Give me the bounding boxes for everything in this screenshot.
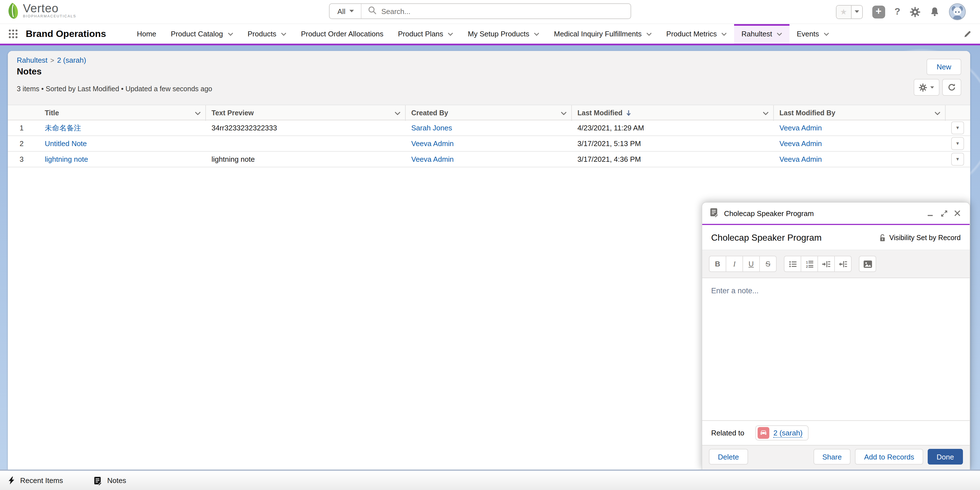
chevron-down-icon <box>646 32 652 35</box>
row-menu-button[interactable]: ▼ <box>951 137 964 150</box>
column-title[interactable]: Title <box>39 105 206 121</box>
help-icon[interactable]: ? <box>894 6 900 18</box>
search-input[interactable] <box>381 7 631 15</box>
row-menu-button[interactable]: ▼ <box>951 153 964 165</box>
leaf-icon <box>7 2 21 21</box>
tab-home[interactable]: Home <box>129 24 163 44</box>
tab-events[interactable]: Events <box>789 24 837 44</box>
note-title-link[interactable]: Untitled Note <box>45 139 87 148</box>
tab-product-order-allocations[interactable]: Product Order Allocations <box>294 24 391 44</box>
underline-icon[interactable]: U <box>743 256 760 272</box>
related-record-link[interactable]: 2 (sarah) <box>773 428 803 438</box>
indent-icon[interactable] <box>818 256 835 272</box>
related-to-label: Related to <box>711 429 745 437</box>
utility-recent-items[interactable]: Recent Items <box>1 471 70 490</box>
utility-recent-items-label: Recent Items <box>20 476 63 485</box>
italic-icon[interactable]: I <box>726 256 743 272</box>
column-created-by[interactable]: Created By <box>406 105 572 121</box>
created-by-link[interactable]: Sarah Jones <box>411 124 452 132</box>
logo-name: Verteo <box>23 2 76 14</box>
page-background: Rahultest>2 (sarah) Notes 3 items • Sort… <box>0 45 980 469</box>
page-title: Notes <box>17 66 961 77</box>
chevron-down-icon <box>349 10 355 13</box>
row-number: 3 <box>8 155 39 164</box>
new-button[interactable]: New <box>927 59 961 75</box>
breadcrumb-record[interactable]: 2 (sarah) <box>57 56 86 64</box>
row-menu-button[interactable]: ▼ <box>951 121 964 134</box>
sort-desc-icon <box>626 110 631 116</box>
composer-header[interactable]: Cholecap Speaker Program <box>702 203 970 225</box>
created-by-link[interactable]: Veeva Admin <box>411 139 454 148</box>
numbered-list-icon[interactable]: 12 <box>801 256 818 272</box>
nav-tabs: Home Product Catalog Products Product Or… <box>129 24 836 44</box>
chevron-down-icon[interactable] <box>561 111 567 115</box>
share-button[interactable]: Share <box>813 449 851 465</box>
pencil-icon[interactable] <box>964 24 971 44</box>
search-scope-button[interactable]: All <box>329 4 362 19</box>
related-record-pill[interactable]: 2 (sarah) <box>756 425 809 441</box>
refresh-button[interactable] <box>942 79 961 96</box>
tab-product-plans[interactable]: Product Plans <box>391 24 460 44</box>
row-number: 1 <box>8 124 39 132</box>
minimize-icon[interactable] <box>924 207 937 220</box>
note-composer-panel: Cholecap Speaker Program Cholecap Speake… <box>702 202 970 469</box>
utility-notes[interactable]: Notes <box>86 471 133 490</box>
chevron-down-icon <box>281 32 286 35</box>
column-last-modified[interactable]: Last Modified <box>572 105 774 121</box>
chevron-down-icon[interactable] <box>763 111 769 115</box>
table-row: 3 lightning note lightning note Veeva Ad… <box>8 152 970 167</box>
composer-window-title: Cholecap Speaker Program <box>724 209 924 218</box>
note-title-link[interactable]: lightning note <box>45 155 88 164</box>
note-title-link[interactable]: 未命名备注 <box>45 123 81 132</box>
favorites-split-button: ★ <box>836 5 862 19</box>
favorites-dropdown[interactable] <box>851 5 862 18</box>
table-header-row: Title Text Preview Created By Last Modif… <box>8 105 970 120</box>
expand-icon[interactable] <box>937 207 951 220</box>
tab-product-catalog[interactable]: Product Catalog <box>164 24 240 44</box>
chevron-down-icon[interactable] <box>395 111 401 115</box>
car-icon <box>758 427 770 439</box>
chevron-down-icon[interactable] <box>934 111 940 115</box>
tab-my-setup-products[interactable]: My Setup Products <box>460 24 547 44</box>
setup-gear-icon[interactable] <box>910 6 920 17</box>
created-by-link[interactable]: Veeva Admin <box>411 155 454 164</box>
bell-icon[interactable] <box>930 7 939 17</box>
app-launcher-icon[interactable] <box>8 24 18 44</box>
chevron-down-icon <box>448 32 453 35</box>
note-title-input[interactable]: Cholecap Speaker Program <box>711 233 822 243</box>
close-icon[interactable] <box>951 207 964 220</box>
image-icon[interactable] <box>859 256 876 272</box>
global-create-button[interactable]: + <box>872 5 885 18</box>
outdent-icon[interactable] <box>834 256 851 272</box>
bold-icon[interactable]: B <box>709 256 726 272</box>
avatar[interactable] <box>949 3 966 20</box>
tab-product-metrics[interactable]: Product Metrics <box>659 24 734 44</box>
delete-button[interactable]: Delete <box>709 449 748 465</box>
note-body-editor[interactable]: Enter a note... <box>702 278 970 420</box>
tab-products[interactable]: Products <box>240 24 294 44</box>
tab-medical-inquiry-fulfillments[interactable]: Medical Inquiry Fulfillments <box>547 24 659 44</box>
add-to-records-button[interactable]: Add to Records <box>855 449 923 465</box>
tab-rahultest[interactable]: Rahultest <box>734 24 789 44</box>
list-settings-button[interactable] <box>914 79 939 96</box>
bullet-list-icon[interactable] <box>784 256 801 272</box>
strike-icon[interactable]: S <box>759 256 776 272</box>
bolt-icon <box>8 476 15 485</box>
search-icon <box>368 6 377 16</box>
breadcrumb-rahultest[interactable]: Rahultest <box>17 56 48 64</box>
list-view-header: Rahultest>2 (sarah) Notes 3 items • Sort… <box>8 51 970 105</box>
chevron-down-icon[interactable] <box>195 111 201 115</box>
last-modified-by-link[interactable]: Veeva Admin <box>780 139 822 148</box>
column-last-modified-by[interactable]: Last Modified By <box>774 105 946 121</box>
last-modified-by-link[interactable]: Veeva Admin <box>780 155 822 164</box>
gear-icon <box>919 83 927 92</box>
svg-text:2: 2 <box>806 264 808 268</box>
utility-bar: Recent Items Notes <box>0 469 980 490</box>
chevron-down-icon <box>930 86 934 89</box>
last-modified-by-link[interactable]: Veeva Admin <box>780 124 822 132</box>
star-icon[interactable]: ★ <box>836 5 851 18</box>
last-modified-cell: 3/17/2021, 5:13 PM <box>572 139 774 148</box>
app-name: Brand Operations <box>26 24 106 44</box>
column-text-preview[interactable]: Text Preview <box>206 105 406 121</box>
done-button[interactable]: Done <box>928 449 963 465</box>
